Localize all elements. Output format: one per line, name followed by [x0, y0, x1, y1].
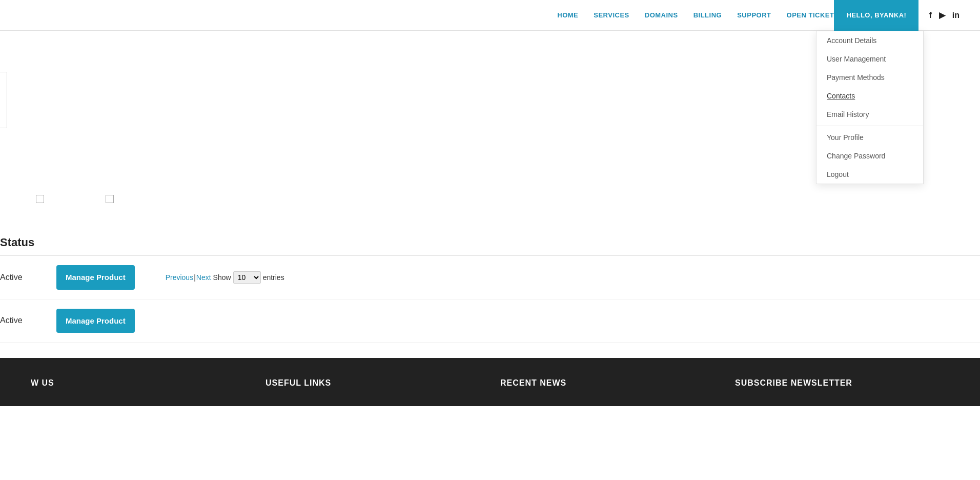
footer: W US USEFUL LINKS RECENT NEWS SUBSCRIBE … — [0, 358, 980, 406]
footer-title-3: SUBSCRIBE NEWSLETTER — [735, 378, 949, 388]
nav-links: HOME SERVICES DOMAINS BILLING SUPPORT OP… — [557, 11, 834, 19]
nav-billing[interactable]: BILLING — [693, 11, 722, 19]
linkedin-icon[interactable]: in — [952, 11, 959, 20]
social-icons: f ▶ in — [929, 10, 959, 20]
nav-services[interactable]: SERVICES — [594, 11, 629, 19]
dropdown-change-password[interactable]: Change Password — [816, 147, 923, 165]
nav-support[interactable]: SUPPORT — [737, 11, 771, 19]
dropdown-account-details[interactable]: Account Details — [816, 31, 923, 50]
nav-home[interactable]: HOME — [557, 11, 578, 19]
dropdown-user-management[interactable]: User Management — [816, 50, 923, 68]
pagination-previous[interactable]: Previous — [166, 273, 193, 282]
checkbox-right[interactable] — [106, 195, 114, 203]
nav-domains[interactable]: DOMAINS — [645, 11, 678, 19]
footer-section-2: RECENT NEWS — [500, 378, 714, 396]
product-row-2: Active Manage Product — [0, 299, 980, 343]
manage-product-button-2[interactable]: Manage Product — [56, 309, 135, 333]
entries-label: entries — [263, 273, 284, 282]
footer-section-1: USEFUL LINKS — [266, 378, 480, 396]
hello-button[interactable]: HELLO, BYANKA! — [834, 0, 918, 31]
left-checkboxes — [36, 195, 114, 203]
dropdown-contacts[interactable]: Contacts — [816, 87, 923, 105]
left-card — [0, 72, 7, 128]
footer-grid: W US USEFUL LINKS RECENT NEWS SUBSCRIBE … — [31, 378, 949, 396]
dropdown-payment-methods[interactable]: Payment Methods — [816, 68, 923, 87]
nav-open-ticket[interactable]: OPEN TICKET — [787, 11, 834, 19]
manage-product-button-1[interactable]: Manage Product — [56, 265, 135, 290]
pagination-separator: | — [194, 273, 196, 282]
product-row-1: Active Manage Product Previous | Next Sh… — [0, 256, 980, 299]
youtube-icon[interactable]: ▶ — [939, 10, 945, 20]
status-header: Status — [0, 236, 980, 256]
footer-title-2: RECENT NEWS — [500, 378, 714, 388]
dropdown-your-profile[interactable]: Your Profile — [816, 128, 923, 147]
footer-section-0: W US — [31, 378, 245, 396]
footer-title-1: USEFUL LINKS — [266, 378, 480, 388]
status-section: Status Active Manage Product Previous | … — [0, 226, 980, 343]
entries-select[interactable]: 10 25 50 100 — [233, 271, 261, 284]
dropdown-divider — [816, 126, 923, 126]
status-active-2: Active — [0, 316, 56, 325]
checkbox-left[interactable] — [36, 195, 44, 203]
navbar: HOME SERVICES DOMAINS BILLING SUPPORT OP… — [0, 0, 980, 31]
footer-title-0: W US — [31, 378, 245, 388]
dropdown-menu: Account Details User Management Payment … — [816, 31, 924, 184]
dropdown-logout[interactable]: Logout — [816, 165, 923, 184]
footer-section-3: SUBSCRIBE NEWSLETTER — [735, 378, 949, 396]
pagination-controls: Previous | Next Show 10 25 50 100 entrie… — [166, 271, 284, 284]
status-active-1: Active — [0, 273, 56, 282]
dropdown-email-history[interactable]: Email History — [816, 105, 923, 124]
show-label: Show — [213, 273, 231, 282]
pagination-next[interactable]: Next — [196, 273, 211, 282]
facebook-icon[interactable]: f — [929, 11, 931, 20]
